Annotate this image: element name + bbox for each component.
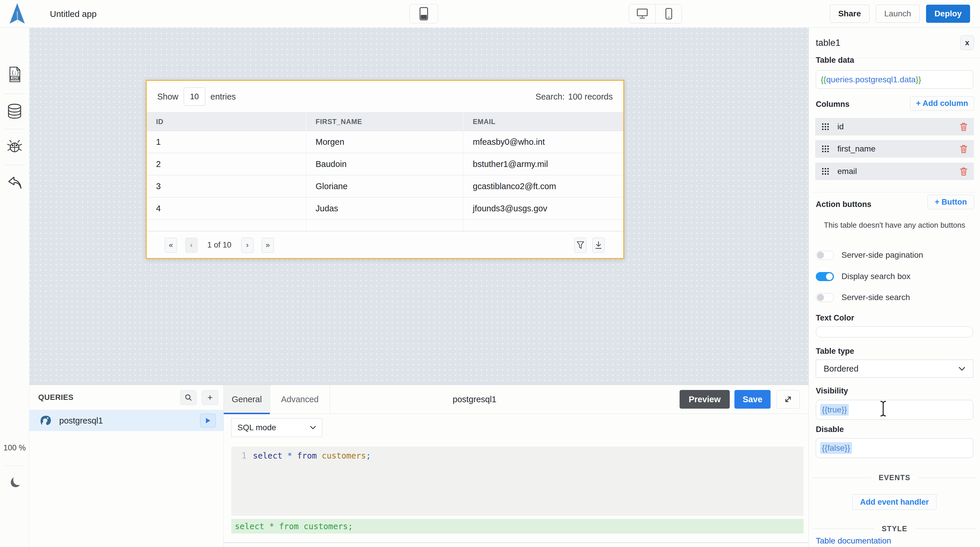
column-header-email[interactable]: EMAIL [463, 113, 623, 131]
page-info: 1 of 10 [197, 241, 241, 250]
query-list-item[interactable]: postgresql1 [29, 410, 223, 431]
column-item[interactable]: id [815, 118, 974, 136]
share-button[interactable]: Share [830, 5, 869, 23]
widget-frame-icon [419, 7, 428, 21]
prev-page-button[interactable]: ‹ [185, 238, 197, 253]
cell-email[interactable]: gcastiblanco2@ft.com [463, 175, 623, 197]
table-header-row: ID FIRST_NAME EMAIL [147, 112, 623, 131]
column-item-name[interactable]: first_name [837, 144, 960, 153]
add-query-button[interactable]: + [202, 390, 218, 405]
cell-id[interactable]: 1 [147, 131, 306, 153]
line-number: 1 [236, 451, 247, 461]
sql-code-editor[interactable]: 1 select * from customers ; [231, 447, 803, 516]
delete-column-icon[interactable] [960, 167, 967, 176]
column-item[interactable]: first_name [815, 140, 974, 158]
add-column-button[interactable]: + Add column [910, 96, 974, 111]
sql-semicolon: ; [366, 451, 371, 461]
device-preview-segmented [629, 4, 682, 23]
disable-input[interactable]: {{false}} [816, 438, 973, 458]
table-search[interactable]: Search: 100 records [536, 92, 613, 102]
table-row[interactable]: 2 Baudoin bstuther1@army.mil [147, 153, 623, 175]
add-event-handler-button[interactable]: Add event handler [852, 494, 937, 510]
drag-handle-icon[interactable] [822, 167, 829, 175]
widget-name[interactable]: table1 [816, 28, 840, 58]
app-title[interactable]: Untitled app [50, 0, 97, 28]
column-header-id[interactable]: ID [147, 113, 306, 131]
moon-icon [8, 475, 21, 488]
add-action-button[interactable]: + Button [928, 195, 974, 209]
close-property-pane-button[interactable]: x [960, 35, 974, 50]
sidebar-item-json-file[interactable]: {;} JSON [0, 67, 29, 82]
table-type-select[interactable]: Bordered [816, 360, 973, 378]
table-row[interactable]: 4 Judas jfounds3@usgs.gov [147, 198, 623, 220]
filter-button[interactable] [574, 238, 587, 253]
first-page-button[interactable]: « [165, 238, 177, 253]
server-side-search-toggle[interactable] [816, 293, 834, 302]
table-row[interactable]: 1 Morgen mfeasby0@who.int [147, 131, 623, 153]
cell-id[interactable]: 2 [147, 153, 306, 175]
tab-advanced[interactable]: Advanced [270, 385, 330, 414]
sql-mode-select[interactable]: SQL mode [231, 418, 322, 437]
page-size-input[interactable]: 10 [184, 88, 205, 106]
column-item-name[interactable]: id [837, 122, 960, 131]
column-item[interactable]: email [815, 163, 974, 180]
delete-column-icon[interactable] [960, 122, 967, 131]
canvas-size-button[interactable] [409, 4, 438, 23]
editor-query-title[interactable]: postgresql1 [453, 385, 496, 414]
table-type-value: Bordered [824, 364, 858, 374]
canvas-zoom-level[interactable]: 100 % [0, 443, 29, 453]
server-side-pagination-row: Server-side pagination [816, 248, 973, 262]
drag-handle-icon[interactable] [822, 123, 829, 131]
next-page-button[interactable]: › [241, 238, 253, 253]
preview-button[interactable]: Preview [679, 390, 730, 409]
cell-email[interactable]: mfeasby0@who.int [463, 131, 623, 153]
drag-handle-icon[interactable] [822, 145, 829, 153]
expand-editor-button[interactable] [776, 390, 800, 409]
run-query-button[interactable] [200, 414, 216, 427]
cell-first-name[interactable]: Gloriane [306, 175, 463, 197]
show-label: Show [157, 92, 178, 102]
cell-first-name[interactable]: Judas [306, 198, 463, 219]
query-name[interactable]: postgresql1 [59, 416, 200, 426]
sidebar-item-debugger[interactable] [0, 140, 29, 154]
binding-close-braces: }} [916, 75, 921, 85]
server-side-search-row: Server-side search [816, 290, 973, 305]
canvas[interactable]: Show 10 entries Search: 100 records ID F… [29, 28, 808, 385]
theme-toggle[interactable] [0, 475, 29, 488]
rail-divider [5, 129, 24, 129]
toggle-label: Server-side pagination [842, 250, 923, 260]
sql-code-line[interactable]: 1 select * from customers ; [231, 447, 803, 465]
cell-first-name[interactable]: Baudoin [306, 153, 463, 175]
table-documentation-link[interactable]: Table documentation [816, 536, 891, 545]
last-page-button[interactable]: » [262, 238, 274, 253]
cell-first-name[interactable]: Morgen [306, 131, 463, 153]
visibility-input[interactable]: {{true}} [816, 400, 973, 420]
cell-id[interactable]: 3 [147, 175, 306, 197]
disable-value: {{false}} [820, 442, 852, 454]
mobile-preview-button[interactable] [655, 5, 682, 23]
cell-email[interactable]: bstuther1@army.mil [463, 153, 623, 175]
delete-column-icon[interactable] [960, 145, 967, 153]
server-side-pagination-toggle[interactable] [816, 251, 834, 260]
search-value[interactable]: 100 records [568, 92, 613, 102]
text-color-input[interactable] [816, 326, 973, 337]
table-data-input[interactable]: {{queries.postgresql1.data}} [816, 70, 973, 89]
cell-email[interactable]: jfounds3@usgs.gov [463, 198, 623, 219]
app-logo[interactable] [7, 3, 27, 25]
column-item-name[interactable]: email [837, 167, 960, 176]
display-search-box-toggle[interactable] [816, 272, 834, 281]
undo-button[interactable] [0, 175, 29, 190]
launch-button[interactable]: Launch [876, 5, 920, 23]
column-header-first-name[interactable]: FIRST_NAME [306, 113, 463, 131]
desktop-preview-button[interactable] [629, 5, 655, 23]
queries-search-button[interactable] [180, 390, 197, 405]
download-button[interactable] [592, 238, 605, 253]
save-button[interactable]: Save [734, 390, 771, 409]
tab-general[interactable]: General [224, 385, 270, 414]
sidebar-item-datasources[interactable] [0, 104, 29, 119]
toggle-label: Display search box [842, 272, 911, 281]
table-row[interactable]: 3 Gloriane gcastiblanco2@ft.com [147, 175, 623, 198]
deploy-button[interactable]: Deploy [926, 5, 970, 23]
cell-id[interactable]: 4 [147, 198, 306, 219]
table-widget[interactable]: Show 10 entries Search: 100 records ID F… [146, 80, 624, 259]
